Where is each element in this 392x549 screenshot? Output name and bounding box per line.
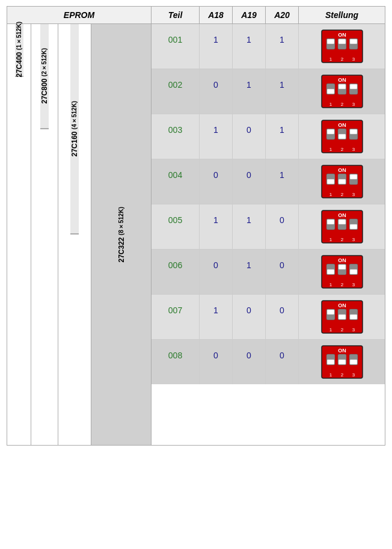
svg-text:2: 2 — [340, 147, 343, 152]
cell-stellung: ON123 — [299, 69, 385, 114]
svg-text:ON: ON — [338, 32, 346, 38]
cell-stellung: ON123 — [299, 340, 385, 384]
cell-a19: 0 — [233, 159, 266, 204]
svg-rect-74 — [338, 314, 346, 319]
cell-teil: 007 — [152, 295, 200, 339]
eprom-27c322-col: 27C322 (8×512K) — [91, 24, 151, 445]
svg-text:3: 3 — [352, 102, 355, 107]
cell-stellung: ON123 — [299, 204, 385, 249]
cell-a20: 0 — [266, 340, 299, 384]
header-a19: A19 — [233, 7, 266, 23]
svg-rect-76 — [350, 314, 357, 319]
svg-rect-39 — [327, 179, 334, 184]
svg-text:3: 3 — [352, 192, 355, 197]
data-section: 001 1 1 1 ON123 002 0 1 1 ON123 003 1 0 … — [152, 24, 385, 445]
svg-text:1: 1 — [329, 282, 332, 287]
svg-rect-28 — [327, 129, 334, 134]
svg-rect-10 — [350, 39, 357, 44]
svg-text:1: 1 — [329, 192, 332, 197]
svg-text:1: 1 — [329, 327, 332, 333]
cell-a20: 0 — [266, 295, 299, 339]
eprom-27c322-label: 27C322 (8×512K) — [117, 207, 126, 263]
svg-rect-8 — [338, 39, 346, 44]
svg-text:3: 3 — [352, 282, 355, 287]
cell-a20: 0 — [266, 204, 299, 249]
table-row: 005 1 1 0 ON123 — [152, 204, 385, 250]
svg-rect-54 — [350, 224, 357, 229]
header-a20: A20 — [266, 7, 299, 23]
cell-a18: 1 — [200, 204, 233, 249]
svg-rect-19 — [338, 84, 346, 89]
cell-a18: 0 — [200, 69, 233, 114]
svg-text:ON: ON — [338, 212, 346, 218]
cell-stellung: ON123 — [299, 295, 385, 339]
cell-a18: 1 — [200, 295, 233, 339]
svg-text:1: 1 — [329, 57, 332, 62]
svg-text:1: 1 — [329, 102, 332, 107]
header-eprom: EPROM — [7, 7, 152, 23]
cell-a18: 0 — [200, 250, 233, 294]
svg-text:3: 3 — [352, 57, 355, 62]
eprom-27c800-col: 27C800 (2×512K) — [31, 24, 58, 445]
svg-rect-17 — [327, 89, 334, 94]
eprom-27c400-col: 27C400 (1×512K) — [7, 24, 31, 445]
cell-stellung: ON123 — [299, 114, 385, 159]
cell-teil: 008 — [152, 340, 200, 384]
svg-rect-65 — [350, 269, 357, 274]
cell-teil: 005 — [152, 204, 200, 249]
svg-text:2: 2 — [340, 282, 343, 287]
svg-rect-61 — [327, 269, 334, 274]
cell-a20: 0 — [266, 250, 299, 294]
cell-stellung: ON123 — [299, 24, 385, 69]
table-row: 004 0 0 1 ON123 — [152, 159, 385, 204]
svg-text:ON: ON — [338, 257, 346, 263]
svg-text:1: 1 — [329, 237, 332, 242]
table-row: 007 1 0 0 ON123 — [152, 295, 385, 340]
svg-text:1: 1 — [329, 147, 332, 152]
svg-text:2: 2 — [340, 327, 343, 333]
table-row: 002 0 1 1 ON123 — [152, 69, 385, 114]
svg-text:3: 3 — [352, 372, 355, 378]
cell-stellung: ON123 — [299, 159, 385, 204]
svg-text:3: 3 — [352, 147, 355, 152]
cell-a19: 1 — [233, 24, 266, 69]
eprom-27c800-label: 27C800 (2×512K) — [40, 48, 49, 104]
cell-teil: 004 — [152, 159, 200, 204]
cell-a20: 1 — [266, 114, 299, 159]
svg-text:2: 2 — [340, 57, 343, 62]
svg-text:3: 3 — [352, 237, 355, 242]
eprom-27c400-label: 27C400 (1×512K) — [15, 22, 23, 78]
cell-teil: 002 — [152, 69, 200, 114]
cell-stellung: ON123 — [299, 250, 385, 294]
svg-text:3: 3 — [352, 327, 355, 333]
svg-rect-32 — [350, 129, 357, 134]
header-stellung: Stellung — [299, 7, 385, 23]
svg-text:ON: ON — [338, 348, 346, 354]
header-a18: A18 — [200, 7, 233, 23]
cell-a19: 1 — [233, 69, 266, 114]
cell-teil: 003 — [152, 114, 200, 159]
cell-a20: 1 — [266, 24, 299, 69]
cell-a20: 1 — [266, 69, 299, 114]
cell-a19: 0 — [233, 114, 266, 159]
cell-a18: 0 — [200, 159, 233, 204]
cell-a19: 0 — [233, 295, 266, 339]
svg-rect-21 — [350, 84, 357, 89]
cell-a18: 1 — [200, 114, 233, 159]
main-table: EPROM Teil A18 A19 A20 Stellung 27C400 (… — [7, 6, 385, 446]
table-row: 001 1 1 1 ON123 — [152, 24, 385, 69]
svg-rect-30 — [338, 134, 346, 139]
table-row: 008 0 0 0 ON123 — [152, 340, 385, 384]
svg-text:ON: ON — [338, 302, 346, 308]
cell-a18: 0 — [200, 340, 233, 384]
svg-text:2: 2 — [340, 372, 343, 378]
svg-rect-41 — [338, 179, 346, 184]
svg-rect-85 — [338, 360, 346, 364]
svg-text:2: 2 — [340, 192, 343, 197]
table-row: 003 1 0 1 ON123 — [152, 114, 385, 159]
svg-text:ON: ON — [338, 77, 346, 83]
svg-rect-72 — [327, 310, 334, 314]
svg-rect-87 — [350, 360, 357, 364]
svg-rect-83 — [327, 360, 334, 364]
table-header: EPROM Teil A18 A19 A20 Stellung — [7, 7, 385, 24]
